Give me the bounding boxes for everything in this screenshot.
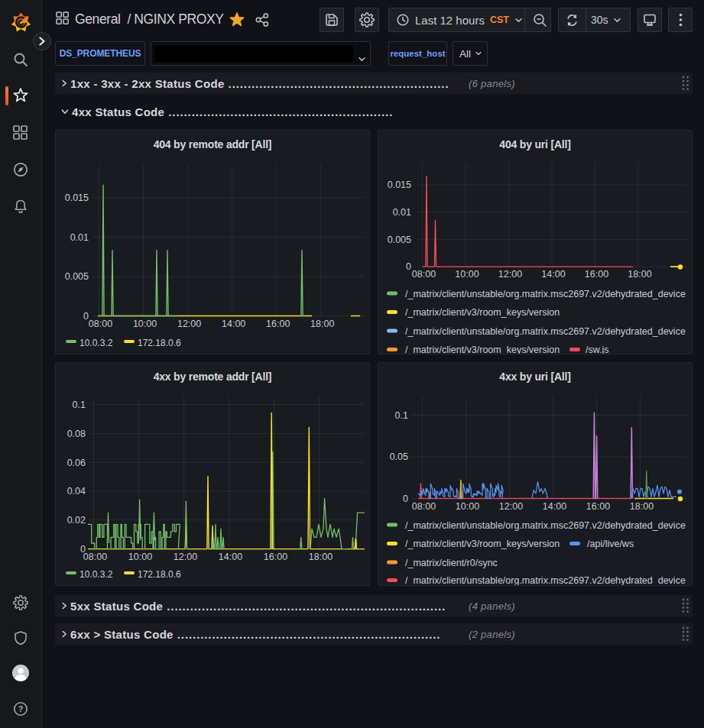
svg-text:0: 0 <box>406 261 411 272</box>
svg-text:10.0.3.2: 10.0.3.2 <box>79 569 113 580</box>
svg-text:/_matrix/client/unstable/org.m: /_matrix/client/unstable/org.matrix.msc2… <box>405 575 686 585</box>
svg-text:14:00: 14:00 <box>219 552 242 562</box>
svg-text:10:00: 10:00 <box>133 319 157 329</box>
svg-text:172.18.0.6: 172.18.0.6 <box>138 338 181 348</box>
svg-text:/_matrix/client/v3/room_keys/v: /_matrix/client/v3/room_keys/version <box>405 345 560 354</box>
svg-text:0.05: 0.05 <box>390 451 408 462</box>
svg-text:/_matrix/client/unstable/org.m: /_matrix/client/unstable/org.matrix.msc2… <box>405 520 686 531</box>
svg-text:0.005: 0.005 <box>388 235 411 245</box>
svg-text:12:00: 12:00 <box>174 552 197 562</box>
svg-text:/_matrix/client/r0/sync: /_matrix/client/r0/sync <box>405 558 498 568</box>
svg-text:0.06: 0.06 <box>67 458 86 468</box>
svg-text:/_matrix/client/v3/room_keys/v: /_matrix/client/v3/room_keys/version <box>405 307 560 318</box>
svg-text:18:00: 18:00 <box>630 501 654 512</box>
svg-text:10:00: 10:00 <box>456 501 479 512</box>
svg-text:16:00: 16:00 <box>585 269 608 280</box>
svg-text:12:00: 12:00 <box>498 269 522 280</box>
svg-text:12:00: 12:00 <box>499 501 523 512</box>
svg-text:/_matrix/client/unstable/org.m: /_matrix/client/unstable/org.matrix.msc2… <box>405 326 686 337</box>
svg-text:14:00: 14:00 <box>543 501 566 512</box>
svg-text:0.01: 0.01 <box>70 232 89 243</box>
svg-text:172.18.0.6: 172.18.0.6 <box>138 569 181 580</box>
svg-text:18:00: 18:00 <box>628 269 651 280</box>
svg-text:10:00: 10:00 <box>455 269 479 280</box>
svg-text:0.005: 0.005 <box>65 271 89 282</box>
svg-text:?: ? <box>18 704 24 713</box>
svg-text:18:00: 18:00 <box>310 319 334 329</box>
svg-text:10.0.3.2: 10.0.3.2 <box>79 338 113 348</box>
svg-text:16:00: 16:00 <box>586 501 610 512</box>
svg-text:0: 0 <box>403 493 408 504</box>
svg-text:08:00: 08:00 <box>412 269 436 280</box>
svg-text:12:00: 12:00 <box>177 319 201 329</box>
svg-text:/_matrix/client/unstable/org.m: /_matrix/client/unstable/org.matrix.msc2… <box>405 289 686 299</box>
svg-text:10:00: 10:00 <box>128 552 152 562</box>
svg-text:0.04: 0.04 <box>67 486 86 497</box>
svg-text:0.015: 0.015 <box>65 193 89 203</box>
svg-text:0.015: 0.015 <box>388 180 411 190</box>
svg-text:0.1: 0.1 <box>73 400 86 410</box>
svg-text:16:00: 16:00 <box>264 552 287 562</box>
svg-text:18:00: 18:00 <box>309 552 333 562</box>
svg-text:404 by remote addr [All]: 404 by remote addr [All] <box>154 138 272 150</box>
svg-text:404 by uri [All]: 404 by uri [All] <box>499 138 570 150</box>
svg-text:08:00: 08:00 <box>412 501 436 512</box>
svg-text:0.08: 0.08 <box>67 429 86 439</box>
svg-text:08:00: 08:00 <box>89 319 112 329</box>
svg-text:0.1: 0.1 <box>395 410 408 421</box>
svg-text:4xx by remote addr [All]: 4xx by remote addr [All] <box>154 370 272 383</box>
svg-text:14:00: 14:00 <box>541 269 565 280</box>
svg-text:4xx by uri [All]: 4xx by uri [All] <box>499 370 570 383</box>
svg-text:0.01: 0.01 <box>393 207 411 218</box>
svg-text:/api/live/ws: /api/live/ws <box>587 539 634 549</box>
svg-text:14:00: 14:00 <box>222 319 245 329</box>
svg-text:0.02: 0.02 <box>67 515 86 526</box>
svg-text:/sw.js: /sw.js <box>586 345 609 354</box>
svg-text:16:00: 16:00 <box>266 319 290 329</box>
svg-text:08:00: 08:00 <box>83 552 107 562</box>
svg-text:/_matrix/client/v3/room_keys/v: /_matrix/client/v3/room_keys/version <box>405 539 560 549</box>
